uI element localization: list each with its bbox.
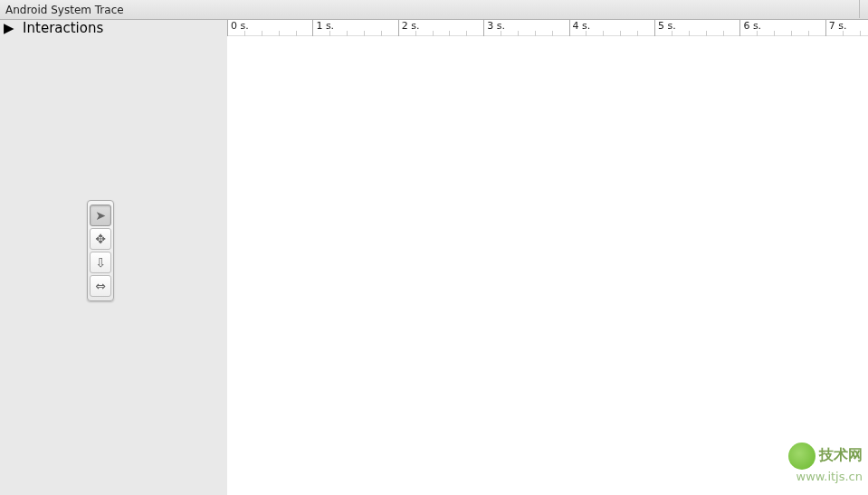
resize-h-icon: ⇔ [95, 279, 106, 293]
expand-icon[interactable]: ▶ [4, 20, 14, 36]
down-tool[interactable]: ⇩ [90, 252, 111, 273]
arrow-down-icon: ⇩ [95, 255, 106, 270]
close-button-fragment[interactable] [859, 0, 868, 18]
resize-h-tool[interactable]: ⇔ [90, 275, 111, 297]
interactions-row-label[interactable]: ▶ Interactions [0, 20, 227, 36]
tool-palette: ➤ ✥ ⇩ ⇔ [87, 200, 114, 301]
pointer-icon: ➤ [95, 208, 106, 223]
time-ruler[interactable]: 0 s.1 s.2 s.3 s.4 s.5 s.6 s.7 s. [227, 20, 868, 36]
title-bar: Android System Trace [0, 0, 868, 20]
pointer-tool[interactable]: ➤ [90, 205, 111, 226]
timeline-panel[interactable]: 0 s.1 s.2 s.3 s.4 s.5 s.6 s.7 s. [227, 20, 868, 495]
interactions-label: Interactions [23, 20, 103, 36]
move-icon: ✥ [95, 232, 106, 246]
pan-tool[interactable]: ✥ [90, 228, 111, 250]
window-title: Android System Trace [5, 4, 124, 16]
